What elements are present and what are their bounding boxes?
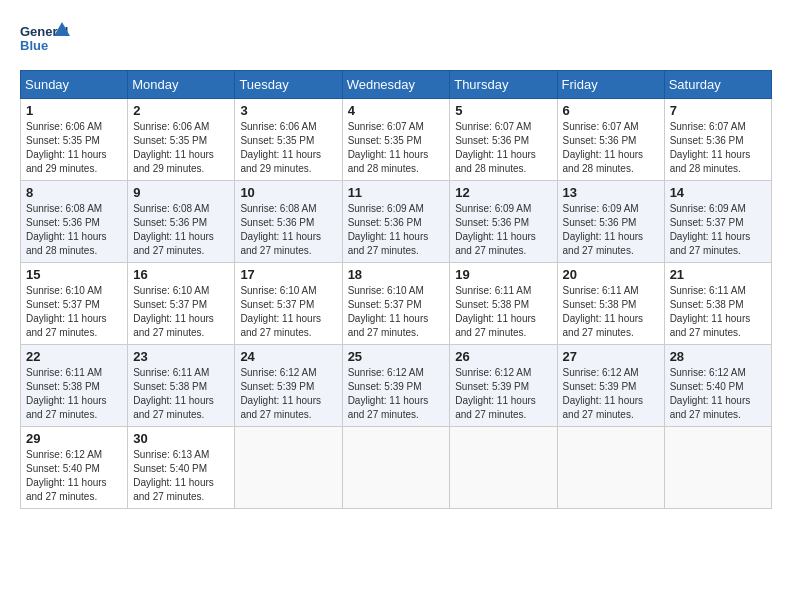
day-of-week-header: Saturday [664,71,771,99]
day-info: Sunrise: 6:08 AMSunset: 5:36 PMDaylight:… [133,203,214,256]
day-info: Sunrise: 6:11 AMSunset: 5:38 PMDaylight:… [563,285,644,338]
day-info: Sunrise: 6:07 AMSunset: 5:35 PMDaylight:… [348,121,429,174]
calendar-cell: 27 Sunrise: 6:12 AMSunset: 5:39 PMDaylig… [557,345,664,427]
day-number: 14 [670,185,766,200]
day-info: Sunrise: 6:09 AMSunset: 5:37 PMDaylight:… [670,203,751,256]
calendar-cell: 6 Sunrise: 6:07 AMSunset: 5:36 PMDayligh… [557,99,664,181]
calendar-cell: 23 Sunrise: 6:11 AMSunset: 5:38 PMDaylig… [128,345,235,427]
svg-text:Blue: Blue [20,38,48,53]
day-number: 18 [348,267,445,282]
logo: General Blue [20,20,70,60]
day-info: Sunrise: 6:06 AMSunset: 5:35 PMDaylight:… [133,121,214,174]
day-info: Sunrise: 6:08 AMSunset: 5:36 PMDaylight:… [240,203,321,256]
day-info: Sunrise: 6:11 AMSunset: 5:38 PMDaylight:… [26,367,107,420]
calendar-cell: 17 Sunrise: 6:10 AMSunset: 5:37 PMDaylig… [235,263,342,345]
calendar-cell: 25 Sunrise: 6:12 AMSunset: 5:39 PMDaylig… [342,345,450,427]
logo-icon: General Blue [20,20,70,60]
calendar-cell: 19 Sunrise: 6:11 AMSunset: 5:38 PMDaylig… [450,263,557,345]
calendar-cell [235,427,342,509]
day-number: 15 [26,267,122,282]
day-info: Sunrise: 6:13 AMSunset: 5:40 PMDaylight:… [133,449,214,502]
calendar-cell: 24 Sunrise: 6:12 AMSunset: 5:39 PMDaylig… [235,345,342,427]
calendar-cell: 7 Sunrise: 6:07 AMSunset: 5:36 PMDayligh… [664,99,771,181]
day-info: Sunrise: 6:10 AMSunset: 5:37 PMDaylight:… [348,285,429,338]
day-of-week-header: Wednesday [342,71,450,99]
calendar-cell: 20 Sunrise: 6:11 AMSunset: 5:38 PMDaylig… [557,263,664,345]
day-info: Sunrise: 6:10 AMSunset: 5:37 PMDaylight:… [26,285,107,338]
day-info: Sunrise: 6:12 AMSunset: 5:40 PMDaylight:… [670,367,751,420]
day-info: Sunrise: 6:07 AMSunset: 5:36 PMDaylight:… [670,121,751,174]
calendar-cell: 22 Sunrise: 6:11 AMSunset: 5:38 PMDaylig… [21,345,128,427]
day-info: Sunrise: 6:11 AMSunset: 5:38 PMDaylight:… [133,367,214,420]
calendar-cell [342,427,450,509]
day-info: Sunrise: 6:12 AMSunset: 5:39 PMDaylight:… [563,367,644,420]
day-info: Sunrise: 6:06 AMSunset: 5:35 PMDaylight:… [240,121,321,174]
calendar-cell: 1 Sunrise: 6:06 AMSunset: 5:35 PMDayligh… [21,99,128,181]
calendar-cell: 30 Sunrise: 6:13 AMSunset: 5:40 PMDaylig… [128,427,235,509]
calendar-cell: 3 Sunrise: 6:06 AMSunset: 5:35 PMDayligh… [235,99,342,181]
day-number: 16 [133,267,229,282]
calendar-cell: 16 Sunrise: 6:10 AMSunset: 5:37 PMDaylig… [128,263,235,345]
day-of-week-header: Thursday [450,71,557,99]
day-info: Sunrise: 6:07 AMSunset: 5:36 PMDaylight:… [563,121,644,174]
calendar-cell: 8 Sunrise: 6:08 AMSunset: 5:36 PMDayligh… [21,181,128,263]
calendar-cell: 26 Sunrise: 6:12 AMSunset: 5:39 PMDaylig… [450,345,557,427]
day-number: 27 [563,349,659,364]
day-number: 10 [240,185,336,200]
calendar-cell: 13 Sunrise: 6:09 AMSunset: 5:36 PMDaylig… [557,181,664,263]
calendar-cell: 2 Sunrise: 6:06 AMSunset: 5:35 PMDayligh… [128,99,235,181]
day-info: Sunrise: 6:10 AMSunset: 5:37 PMDaylight:… [240,285,321,338]
calendar-cell: 21 Sunrise: 6:11 AMSunset: 5:38 PMDaylig… [664,263,771,345]
calendar-cell: 11 Sunrise: 6:09 AMSunset: 5:36 PMDaylig… [342,181,450,263]
day-info: Sunrise: 6:10 AMSunset: 5:37 PMDaylight:… [133,285,214,338]
day-info: Sunrise: 6:12 AMSunset: 5:39 PMDaylight:… [348,367,429,420]
day-of-week-header: Friday [557,71,664,99]
day-info: Sunrise: 6:09 AMSunset: 5:36 PMDaylight:… [563,203,644,256]
day-number: 29 [26,431,122,446]
day-number: 23 [133,349,229,364]
day-info: Sunrise: 6:12 AMSunset: 5:39 PMDaylight:… [240,367,321,420]
day-info: Sunrise: 6:11 AMSunset: 5:38 PMDaylight:… [455,285,536,338]
day-number: 17 [240,267,336,282]
day-info: Sunrise: 6:09 AMSunset: 5:36 PMDaylight:… [348,203,429,256]
calendar-cell [557,427,664,509]
day-number: 12 [455,185,551,200]
page-header: General Blue [20,20,772,60]
day-number: 9 [133,185,229,200]
day-number: 24 [240,349,336,364]
calendar-table: SundayMondayTuesdayWednesdayThursdayFrid… [20,70,772,509]
day-info: Sunrise: 6:12 AMSunset: 5:40 PMDaylight:… [26,449,107,502]
day-number: 4 [348,103,445,118]
day-info: Sunrise: 6:08 AMSunset: 5:36 PMDaylight:… [26,203,107,256]
day-number: 8 [26,185,122,200]
calendar-cell [450,427,557,509]
day-number: 19 [455,267,551,282]
day-number: 30 [133,431,229,446]
day-number: 11 [348,185,445,200]
day-number: 3 [240,103,336,118]
day-number: 28 [670,349,766,364]
day-number: 22 [26,349,122,364]
day-info: Sunrise: 6:12 AMSunset: 5:39 PMDaylight:… [455,367,536,420]
day-number: 13 [563,185,659,200]
day-info: Sunrise: 6:11 AMSunset: 5:38 PMDaylight:… [670,285,751,338]
calendar-cell: 5 Sunrise: 6:07 AMSunset: 5:36 PMDayligh… [450,99,557,181]
calendar-cell: 12 Sunrise: 6:09 AMSunset: 5:36 PMDaylig… [450,181,557,263]
day-number: 21 [670,267,766,282]
calendar-cell: 18 Sunrise: 6:10 AMSunset: 5:37 PMDaylig… [342,263,450,345]
day-of-week-header: Monday [128,71,235,99]
day-number: 2 [133,103,229,118]
calendar-cell [664,427,771,509]
day-number: 5 [455,103,551,118]
calendar-cell: 15 Sunrise: 6:10 AMSunset: 5:37 PMDaylig… [21,263,128,345]
day-of-week-header: Tuesday [235,71,342,99]
day-number: 6 [563,103,659,118]
calendar-cell: 9 Sunrise: 6:08 AMSunset: 5:36 PMDayligh… [128,181,235,263]
day-of-week-header: Sunday [21,71,128,99]
day-number: 7 [670,103,766,118]
calendar-cell: 4 Sunrise: 6:07 AMSunset: 5:35 PMDayligh… [342,99,450,181]
calendar-cell: 10 Sunrise: 6:08 AMSunset: 5:36 PMDaylig… [235,181,342,263]
calendar-cell: 29 Sunrise: 6:12 AMSunset: 5:40 PMDaylig… [21,427,128,509]
day-number: 25 [348,349,445,364]
day-number: 26 [455,349,551,364]
